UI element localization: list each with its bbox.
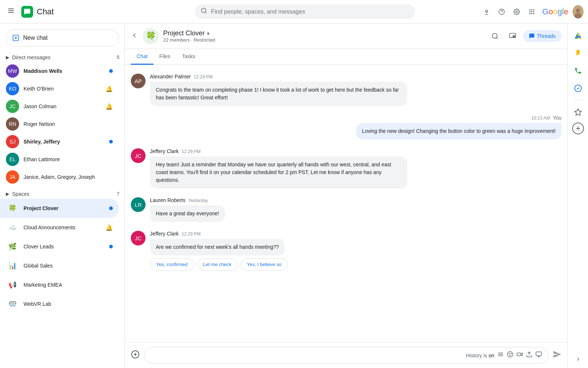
- spaces-section-badge: 7: [115, 190, 122, 197]
- space-name-webvr: WebVR Lab: [24, 301, 113, 307]
- new-chat-button[interactable]: New chat: [6, 29, 119, 46]
- space-project-clover[interactable]: 🍀 Project Clover: [0, 199, 119, 218]
- smart-reply-yes-confirmed[interactable]: Yes, confirmed: [150, 258, 194, 270]
- chat-tabs: Chat Files Tasks: [125, 49, 567, 65]
- space-clover-leads[interactable]: 🌿 Clover Leads: [0, 237, 119, 256]
- contact-name-shirley: Shirley, Jeffery: [24, 139, 109, 145]
- rail-divider: [574, 100, 582, 100]
- svg-point-3: [201, 8, 206, 13]
- space-dropdown-arrow[interactable]: ▾: [207, 31, 209, 36]
- contact-roger[interactable]: RN Roger Nelson: [0, 115, 119, 133]
- space-marketing-emea[interactable]: 📢 Marketing EMEA: [0, 275, 119, 294]
- rail-google-drive-icon[interactable]: [571, 28, 585, 43]
- space-subtitle: 22 members · Restricted: [163, 37, 488, 43]
- smart-reply-yes-believe[interactable]: Yes, I believe so: [241, 258, 288, 270]
- msg-time-2: 10:13 AM: [531, 116, 550, 121]
- emoji-icon[interactable]: [507, 351, 513, 360]
- search-bar[interactable]: [195, 4, 415, 19]
- contact-maddison-wells[interactable]: MW Maddison Wells: [0, 62, 119, 80]
- bell-icon-keith: 🔔: [105, 85, 113, 92]
- svg-rect-16: [533, 13, 534, 14]
- rail-star-icon[interactable]: [571, 105, 585, 120]
- search-icon: [201, 7, 207, 16]
- help-icon[interactable]: [496, 4, 508, 19]
- tab-tasks[interactable]: Tasks: [176, 49, 201, 65]
- contact-ethan[interactable]: EL Ethan Lattimore: [0, 151, 119, 168]
- threads-label: Threads: [537, 33, 556, 39]
- svg-rect-38: [536, 352, 542, 356]
- space-webvr-lab[interactable]: 🥽 WebVR Lab: [0, 294, 119, 314]
- settings-icon[interactable]: [511, 4, 523, 19]
- msg-header-3: Jeffery Clark 12:29 PM: [150, 148, 562, 154]
- hamburger-menu-icon[interactable]: [4, 4, 18, 19]
- space-name-cloud: Cloud Announcements: [24, 224, 105, 230]
- back-button[interactable]: [131, 32, 138, 41]
- space-global-sales[interactable]: 📊 Global Sales: [0, 256, 119, 275]
- svg-rect-26: [513, 35, 515, 37]
- svg-point-35: [511, 353, 512, 354]
- rail-collapse-icon[interactable]: [575, 356, 581, 364]
- message-group-4: LR Lauren Roberts Yesterday Have a great…: [131, 197, 562, 222]
- tab-chat[interactable]: Chat: [131, 49, 154, 65]
- rail-google-tasks-icon[interactable]: [571, 81, 585, 96]
- top-bar-right: Google: [481, 4, 584, 19]
- threads-button[interactable]: Threads: [523, 30, 562, 42]
- contact-keith[interactable]: KO Keith O'Brien 🔔: [0, 80, 119, 98]
- add-attachment-button[interactable]: [131, 350, 140, 361]
- space-title: Project Clover ▾: [163, 29, 488, 37]
- direct-messages-section[interactable]: ▶ Direct messages 5: [0, 52, 125, 62]
- top-bar: Chat: [0, 0, 588, 24]
- dm-section-badge: 5: [115, 54, 122, 61]
- bell-icon-cloud: 🔔: [105, 224, 113, 231]
- user-avatar[interactable]: [573, 5, 584, 18]
- svg-rect-9: [531, 9, 532, 10]
- send-button[interactable]: [553, 350, 562, 361]
- search-input[interactable]: [211, 8, 409, 15]
- space-name-leads: Clover Leads: [24, 244, 109, 250]
- svg-rect-15: [531, 13, 532, 14]
- chat-search-icon[interactable]: [488, 29, 502, 43]
- chat-input[interactable]: [150, 353, 463, 358]
- avatar-jeffery: JC: [131, 148, 146, 163]
- contact-shirley-jeffery[interactable]: SJ Shirley, Jeffery: [0, 133, 119, 151]
- format-text-icon[interactable]: [497, 351, 504, 360]
- msg-bubble-1: Congrats to the team on completing phase…: [150, 82, 407, 106]
- svg-point-33: [508, 352, 513, 357]
- contact-name-ethan: Ethan Lattimore: [24, 156, 113, 162]
- picture-in-picture-icon[interactable]: [505, 29, 520, 43]
- msg-bubble-2: Loving the new design! Changing the butt…: [356, 123, 562, 139]
- contact-name-jason: Jason Colman: [24, 103, 105, 109]
- message-group-2: You 10:13 AM Loving the new design! Chan…: [131, 115, 562, 139]
- voice-search-icon[interactable]: [481, 4, 493, 19]
- msg-header-2: You 10:13 AM: [531, 115, 562, 121]
- svg-rect-10: [533, 9, 534, 10]
- unread-badge-leads: [109, 245, 113, 248]
- space-icon-cloud: ☁️: [6, 221, 19, 234]
- tab-files[interactable]: Files: [154, 49, 176, 65]
- contact-name-keith: Keith O'Brien: [24, 86, 105, 92]
- msg-time-3: 12:29 PM: [182, 149, 200, 154]
- screen-share-icon[interactable]: [535, 351, 542, 360]
- svg-rect-8: [529, 9, 530, 10]
- contact-group[interactable]: JA Janice, Adam, Gregory, Joseph: [0, 168, 119, 186]
- upload-icon[interactable]: [526, 351, 533, 360]
- spaces-section[interactable]: ▶ Spaces 7: [0, 189, 125, 199]
- rail-add-button[interactable]: [572, 123, 584, 134]
- space-header-icon: 🍀: [143, 28, 159, 44]
- input-tools: [497, 351, 542, 360]
- grid-apps-icon[interactable]: [526, 4, 538, 19]
- avatar-ethan: EL: [6, 153, 19, 166]
- msg-sender-4: Lauren Roberts: [150, 197, 186, 203]
- top-bar-left: Chat: [4, 4, 129, 19]
- space-header-info: Project Clover ▾ 22 members · Restricted: [163, 29, 488, 43]
- space-cloud-announcements[interactable]: ☁️ Cloud Announcements 🔔: [0, 218, 119, 237]
- contact-name-group: Janice, Adam, Gregory, Joseph: [24, 174, 113, 180]
- contact-jason[interactable]: JC Jason Colman 🔔: [0, 98, 119, 115]
- msg-bubble-5: Are we confirmed for next week's all han…: [150, 239, 285, 255]
- app-logo: [21, 6, 33, 18]
- rail-google-keep-icon[interactable]: [571, 46, 585, 60]
- rail-google-phone-icon[interactable]: [571, 63, 585, 78]
- video-call-icon[interactable]: [516, 351, 523, 360]
- right-rail: [567, 24, 588, 368]
- smart-reply-let-me-check[interactable]: Let me check: [197, 258, 238, 270]
